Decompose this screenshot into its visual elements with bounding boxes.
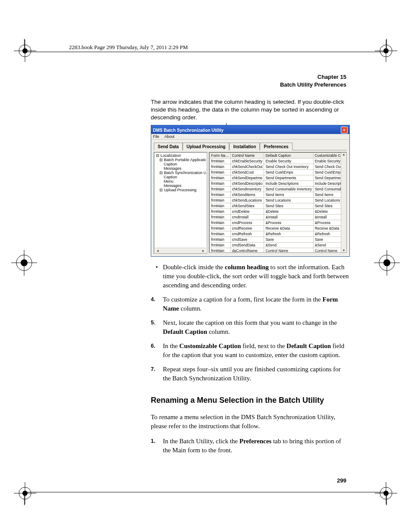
table-row[interactable]: frmMainchkSendCustSend Cust\EmpsSend Cus… xyxy=(210,170,341,175)
table-row[interactable]: frmMainchkSendSitesSend SitesSend Sites xyxy=(210,203,341,209)
running-head: Chapter 15 Batch Utility Preferences xyxy=(280,73,346,88)
tree-scrollbar[interactable]: ◄► xyxy=(155,248,206,253)
tab-send-data[interactable]: Send Data xyxy=(154,143,183,150)
close-icon[interactable]: × xyxy=(341,127,348,134)
crop-mark-icon xyxy=(12,480,38,506)
section-paragraph: To rename a menu selection in the DMS Ba… xyxy=(151,413,349,431)
grid-pane[interactable]: Form Na…Control NameDefault CaptionCusto… xyxy=(209,152,347,253)
table-row[interactable]: frmMaincmdRefresh&Refresh&Refresh xyxy=(210,231,341,237)
crop-mark-icon xyxy=(374,250,400,276)
tab-strip: Send Data Upload Processing Installation… xyxy=(154,142,347,150)
menu-about[interactable]: About xyxy=(165,134,175,139)
svg-point-4 xyxy=(380,45,392,57)
table-row[interactable]: frmMainchkEnableSecurityEnable SecurityE… xyxy=(210,159,341,164)
svg-point-9 xyxy=(22,491,28,496)
svg-point-13 xyxy=(383,491,389,496)
page-number: 299 xyxy=(337,477,346,484)
screenshot-window: DMS Batch Synchronization Utility × File… xyxy=(151,125,350,257)
step-6: 6. In the Customizable Caption field, ne… xyxy=(151,342,349,360)
tab-upload-processing[interactable]: Upload Processing xyxy=(183,143,230,150)
crop-mark-icon xyxy=(11,250,37,276)
table-row[interactable]: frmMainchkSendItemsSend ItemsSend Items xyxy=(210,192,341,198)
tree-node[interactable]: ⊟ Upload Processing xyxy=(155,188,206,192)
window-title: DMS Batch Synchronization Utility xyxy=(153,128,224,133)
table-row[interactable]: frmMaincmdInstall&Install&Install xyxy=(210,215,341,220)
table-row[interactable]: frmMaindgControlNameControl NameControl … xyxy=(210,248,341,253)
step-5: 5. Next, locate the caption on this form… xyxy=(151,318,349,336)
tab-installation[interactable]: Installation xyxy=(229,143,260,150)
table-row[interactable]: frmMaincmdReceiveReceive &DataReceive &D… xyxy=(210,226,341,231)
tree-node[interactable]: Messages xyxy=(155,166,206,171)
svg-point-5 xyxy=(383,48,389,53)
chapter-number: Chapter 15 xyxy=(280,73,346,81)
tree-node[interactable]: ⊟ Localization xyxy=(155,153,206,158)
table-row[interactable]: frmMainchkSendInventorySend Consumable I… xyxy=(210,187,341,192)
svg-point-17 xyxy=(21,259,28,266)
tab-preferences[interactable]: Preferences xyxy=(260,143,292,150)
crop-mark-icon xyxy=(373,480,399,506)
table-row[interactable]: frmMaincmdSaveSaveSave xyxy=(210,237,341,243)
tree-node[interactable]: Messages xyxy=(155,184,206,188)
tree-node[interactable]: ⊟ Batch Portable Application xyxy=(155,158,206,162)
frame-line xyxy=(24,492,25,505)
bullet-item: • Double-click inside the column heading… xyxy=(151,263,349,290)
frame-line xyxy=(24,52,387,52)
grid-column-header[interactable]: Customizable Caption xyxy=(313,153,341,159)
tree-node[interactable]: Menu xyxy=(155,179,206,184)
table-row[interactable]: frmMaincmdProcess&Process&Process xyxy=(210,220,341,226)
crop-mark-icon xyxy=(373,38,399,64)
svg-point-12 xyxy=(380,487,392,499)
svg-point-0 xyxy=(19,45,31,57)
tree-node[interactable]: ⊟ Batch Synchronization Utility xyxy=(155,171,206,175)
section-heading: Renaming a Menu Selection in the Batch U… xyxy=(151,395,349,406)
tree-pane[interactable]: ⊟ Localization⊟ Batch Portable Applicati… xyxy=(154,152,207,254)
table-row[interactable]: frmMainchkSendDescriptioInclude Descript… xyxy=(210,181,341,187)
frame-line xyxy=(386,39,387,52)
grid-column-header[interactable]: Default Caption xyxy=(264,153,313,159)
chapter-title: Batch Utility Preferences xyxy=(280,81,346,89)
window-menubar: File About xyxy=(151,134,349,140)
step-1: 1. In the Batch Utility, click the Prefe… xyxy=(151,437,349,455)
grid-scrollbar[interactable]: ▲▼ xyxy=(341,152,346,252)
tree-node[interactable]: Caption xyxy=(155,162,206,166)
tree-node[interactable]: Caption xyxy=(155,175,206,179)
table-row[interactable]: frmMaincmdSendData&Send&Send xyxy=(210,243,341,248)
svg-point-20 xyxy=(379,255,395,271)
svg-point-1 xyxy=(22,48,28,53)
svg-point-8 xyxy=(19,487,31,499)
intro-paragraph: The arrow indicates that the column head… xyxy=(151,98,349,122)
table-row[interactable]: frmMainchkSendCheckOutSend Check Out Inv… xyxy=(210,164,341,170)
frame-line xyxy=(24,39,25,52)
crop-mark-icon xyxy=(12,38,38,64)
window-titlebar: DMS Batch Synchronization Utility × xyxy=(151,125,349,134)
table-row[interactable]: frmMainchkSendDepartmeSend DepartmentsSe… xyxy=(210,175,341,181)
svg-point-16 xyxy=(16,255,32,271)
svg-point-21 xyxy=(383,259,390,266)
grid-column-header[interactable]: Form Na… xyxy=(210,153,231,159)
grid-column-header[interactable]: Control Name xyxy=(230,153,264,159)
book-header: 2283.book Page 299 Thursday, July 7, 201… xyxy=(69,44,188,51)
table-row[interactable]: frmMainchkSendLocationsSend LocationsSen… xyxy=(210,198,341,203)
frame-line xyxy=(24,492,387,492)
frame-line xyxy=(386,492,387,505)
step-7: 7. Repeat steps four–six until you are f… xyxy=(151,365,349,383)
table-row[interactable]: frmMaincmdDelete&Delete&Delete xyxy=(210,209,341,215)
step-4: 4. To customize a caption for a form, fi… xyxy=(151,295,349,313)
menu-file[interactable]: File xyxy=(153,134,159,139)
